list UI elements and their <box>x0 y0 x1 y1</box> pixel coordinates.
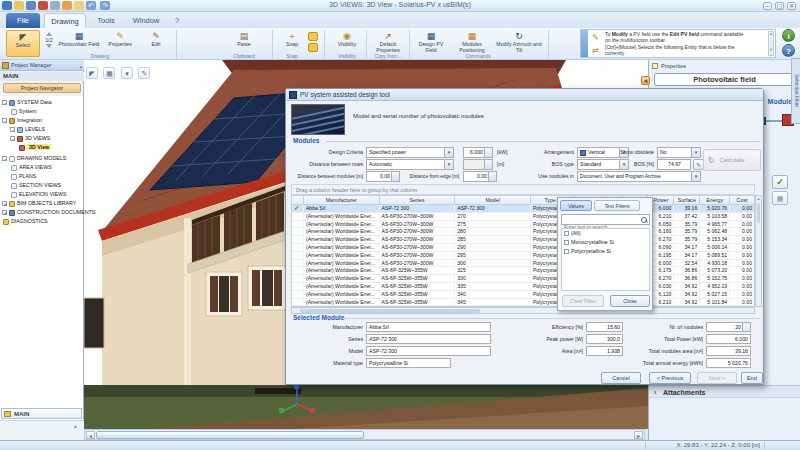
filter-list-item[interactable]: (All) <box>562 229 649 238</box>
tab-tools[interactable]: Tools <box>90 13 122 28</box>
step-up-icon[interactable] <box>46 32 52 36</box>
tab-window[interactable]: Window <box>126 13 166 28</box>
table-row[interactable]: (Amerisolar) Worldwide Ener... AS-6P-325… <box>292 283 754 291</box>
bos-pct-input[interactable]: 74.97 <box>657 159 691 170</box>
tree-item-levels[interactable]: LEVELS <box>0 125 83 134</box>
search-icon[interactable] <box>640 216 648 224</box>
row-checkbox[interactable] <box>292 252 304 259</box>
expander-icon[interactable] <box>10 136 15 141</box>
tree-item-system-data[interactable]: SYSTEM Data <box>0 98 83 107</box>
filter-list-item[interactable]: Polycrystalline Si <box>562 247 649 256</box>
distance-rows-select[interactable]: Automatic <box>366 159 454 170</box>
tree-item-bim-objects-library[interactable]: BIM OBJECTS LIBRARY <box>0 199 83 208</box>
tree-item-3d-view[interactable]: 3D View <box>0 143 83 152</box>
row-checkbox[interactable] <box>292 213 304 220</box>
half-stepper[interactable]: 1/2 <box>43 31 55 49</box>
table-row[interactable]: (Amerisolar) Worldwide Ener... AS-6P-325… <box>292 291 754 299</box>
expander-icon[interactable] <box>2 201 7 206</box>
filter-checkbox[interactable] <box>564 249 569 254</box>
display-style-icon[interactable]: ▦ <box>103 67 115 79</box>
scrollbar-thumb[interactable] <box>96 431 364 439</box>
expander-icon[interactable] <box>2 118 7 123</box>
tree-item-plans[interactable]: PLANS <box>0 172 83 181</box>
tree-item-construction-documents[interactable]: CONSTRUCTION DOCUMENTS <box>0 208 83 217</box>
column-header-energy[interactable]: Energy <box>700 196 730 204</box>
design-pv-field-button[interactable]: ▦ Design PV Field <box>413 30 449 57</box>
filter-tab-values[interactable]: Values <box>560 200 592 211</box>
step-down-icon[interactable] <box>46 44 52 48</box>
tree-item-integration[interactable]: Integration <box>0 116 83 125</box>
close-button[interactable]: ✕ <box>787 2 796 10</box>
table-vertical-scrollbar[interactable]: ▲ <box>755 195 762 307</box>
select-button[interactable]: ◤ Select <box>6 30 40 57</box>
close-filter-button[interactable]: Close <box>610 295 650 307</box>
row-checkbox[interactable] <box>292 275 304 282</box>
filter-checkbox[interactable] <box>564 231 569 236</box>
table-row[interactable]: (Amerisolar) Worldwide Ener... AS-6P-325… <box>292 267 754 275</box>
dropdown-icon[interactable]: ▾ <box>121 67 133 79</box>
scroll-left-icon[interactable]: ◄ <box>86 431 95 439</box>
expander-icon[interactable] <box>2 100 7 105</box>
collapse-icon[interactable]: ▲ <box>73 423 78 429</box>
table-row[interactable]: (Amerisolar) Worldwide Ener... AS-6P-325… <box>292 275 754 283</box>
column-header-manufacturer[interactable]: Manufacturer <box>304 196 380 204</box>
next-button[interactable]: Next > <box>697 372 737 384</box>
cancel-button[interactable]: Cancel <box>601 372 641 384</box>
expander-icon[interactable] <box>10 127 15 132</box>
tab-drawing[interactable]: Drawing <box>44 13 86 28</box>
tree-item-elevation-views[interactable]: ELEVATION VIEWS <box>0 190 83 199</box>
selection-filter-tab[interactable]: Selection Filter <box>791 58 800 124</box>
project-navigator-button[interactable]: Project Navigator <box>3 83 81 93</box>
row-checkbox[interactable] <box>292 299 304 306</box>
table-row[interactable]: (Amerisolar) Worldwide Ener... AS-6P30-2… <box>292 236 754 244</box>
check-column-header[interactable] <box>292 196 304 204</box>
secondary-tool-button[interactable]: ▦ <box>772 191 788 205</box>
row-checkbox[interactable] <box>292 283 304 290</box>
use-modules-select[interactable]: Document, User and Program Archive <box>577 171 701 182</box>
distance-edge-input[interactable]: 0.00 <box>463 171 497 182</box>
viewport-horizontal-scrollbar[interactable]: ◄ ► <box>84 429 645 440</box>
attachments-section-header[interactable]: › Attachments <box>649 385 800 398</box>
column-header-model[interactable]: Model <box>455 196 531 204</box>
apply-check-button[interactable]: ✓ <box>772 175 788 189</box>
tree-item-drawing-models[interactable]: DRAWING MODELS <box>0 154 83 163</box>
table-row[interactable]: (Amerisolar) Worldwide Ener... AS-6P30-2… <box>292 244 754 252</box>
tree-item-3d-views[interactable]: 3D VIEWS <box>0 134 83 143</box>
row-checkbox[interactable] <box>292 205 304 212</box>
table-row[interactable]: (Amerisolar) Worldwide Ener... AS-6P30-2… <box>292 228 754 236</box>
sm-nr-modules-input[interactable]: 20 <box>706 322 751 332</box>
calculate-button[interactable]: ↻ Calculate <box>703 149 761 171</box>
specified-power-input[interactable]: 6.000 <box>463 147 493 158</box>
row-checkbox[interactable] <box>292 236 304 243</box>
minimize-button[interactable]: − <box>763 2 772 10</box>
clear-filter-button[interactable]: Clear Filter <box>562 295 604 307</box>
table-horizontal-scrollbar[interactable] <box>291 307 755 314</box>
row-checkbox[interactable] <box>292 228 304 235</box>
tree-item-system[interactable]: System <box>0 107 83 116</box>
help-button[interactable]: ? <box>782 44 795 57</box>
end-button[interactable]: End <box>741 372 763 384</box>
design-criteria-select[interactable]: Specified power <box>366 147 454 158</box>
select-cursor-icon[interactable]: ◤ <box>86 67 98 79</box>
edit-button[interactable]: ✎ Edit <box>141 30 171 57</box>
restore-button[interactable]: ▢ <box>775 2 784 10</box>
back-arrow-icon[interactable]: ◄ <box>641 76 650 85</box>
column-header-surface[interactable]: Surface <box>674 196 700 204</box>
help-scrollbar[interactable]: ▲▼ <box>768 31 774 56</box>
table-row[interactable]: (Amerisolar) Worldwide Ener... AS-6P-325… <box>292 299 754 307</box>
sidebar-main-tab[interactable]: MAIN <box>1 408 82 419</box>
row-checkbox[interactable] <box>292 260 304 267</box>
scroll-right-icon[interactable]: ► <box>634 431 643 439</box>
row-checkbox[interactable] <box>292 291 304 298</box>
table-row[interactable]: (Amerisolar) Worldwide Ener... AS-6P30-2… <box>292 213 754 221</box>
column-header-series[interactable]: Series <box>380 196 456 204</box>
tree-item-area-views[interactable]: AREA VIEWS <box>0 163 83 172</box>
row-checkbox[interactable] <box>292 221 304 228</box>
show-obsolete-select[interactable]: No <box>657 147 701 158</box>
edit-pencil-icon[interactable]: ✎ <box>138 67 150 79</box>
expander-icon[interactable] <box>2 210 7 215</box>
distance-modules-input[interactable]: 0.00 <box>366 171 400 182</box>
group-by-hint-bar[interactable]: Drag a column header here to group by th… <box>291 184 755 195</box>
tree-item-diagnostics[interactable]: DIAGNOSTICS <box>0 217 83 226</box>
quick-help-tab[interactable] <box>581 30 588 57</box>
